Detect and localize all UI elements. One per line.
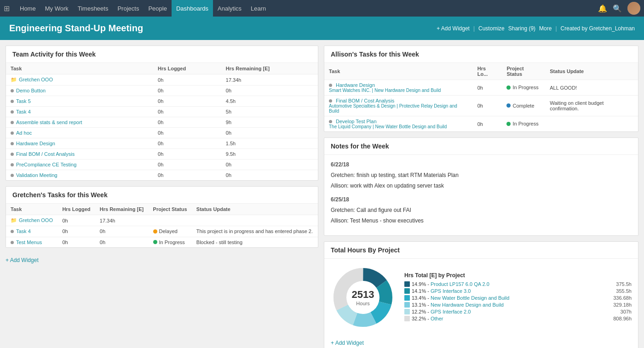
task-link[interactable]: Hardware Design — [16, 141, 55, 146]
nav-people[interactable]: People — [144, 0, 171, 17]
hrs-logged-cell: 0h — [153, 96, 221, 107]
hrs-logged-cell: 0h — [153, 149, 221, 160]
col-task: Task — [6, 204, 58, 215]
page-header: Engineering Stand-Up Meeting + Add Widge… — [0, 17, 644, 40]
task-link[interactable]: Task 4 — [16, 228, 31, 234]
table-row: Develop Test Plan The Liquid Company | N… — [324, 116, 638, 132]
task-cell: Task 5 — [6, 96, 153, 107]
allisons-tasks-table: Task Hrs Lo... Project Status Status Upd… — [324, 63, 638, 131]
search-icon[interactable]: 🔍 — [613, 4, 622, 13]
legend-item: 13.1% - New Hardware Design and Build 32… — [404, 302, 632, 308]
right-column: Allison's Tasks for this Week Task Hrs L… — [324, 46, 638, 348]
task-link[interactable]: Final BOM / Cost Analysis — [336, 98, 394, 103]
nav-timesheets[interactable]: Timesheets — [73, 0, 113, 17]
legend-link[interactable]: New Water Bottle Design and Build — [431, 295, 509, 301]
hrs-remaining-cell: 0h — [221, 160, 318, 170]
task-link[interactable]: PreCompliance CE Testing — [16, 162, 76, 167]
hrs-logged-cell: 0h — [473, 96, 502, 116]
legend-value: 355.5h — [616, 288, 632, 294]
task-cell: Validation Meeting — [6, 170, 153, 181]
legend-link[interactable]: GPS Interface 3.0 — [431, 288, 471, 294]
legend-link[interactable]: New Hardware Design and Build — [431, 302, 504, 308]
nav-my-work[interactable]: My Work — [40, 0, 73, 17]
sharing-button[interactable]: Sharing (9) — [508, 25, 535, 32]
status-badge: In Progress — [153, 240, 185, 245]
task-link[interactable]: Final BOM / Cost Analysis — [16, 151, 75, 157]
hrs-remaining-cell: 0h — [221, 128, 318, 138]
legend-item: 14.9% - Product LP157 6.0 QA 2.0 375.5h — [404, 281, 632, 287]
table-row: Final BOM / Cost Analysis 0h 9.5h — [6, 149, 318, 160]
page-actions: + Add Widget | Customize Sharing (9) Mor… — [437, 25, 635, 32]
status-update-cell — [192, 215, 318, 226]
more-button[interactable]: More — [539, 25, 552, 32]
team-activity-widget: Team Activity for this Week Task Hrs Log… — [6, 46, 318, 181]
hrs-logged-cell: 0h — [153, 107, 221, 117]
customize-button[interactable]: Customize — [478, 25, 505, 32]
legend-value: 808.96h — [613, 316, 632, 321]
task-link[interactable]: Demo Button — [16, 88, 46, 93]
total-hours-widget: Total Hours By Project 2513 Hours Hr — [324, 241, 638, 348]
task-link[interactable]: Task 4 — [16, 109, 31, 114]
hrs-logged-cell: 0h — [153, 160, 221, 170]
status-badge: In Progress — [506, 85, 538, 90]
table-row: Hardware Design Smart Watches INC. | New… — [324, 80, 638, 96]
nav-learn[interactable]: Learn — [246, 0, 270, 17]
notes-section: 6/22/18Gretchen: finish up testing, star… — [331, 160, 632, 191]
nav-dashboards[interactable]: Dashboards — [172, 0, 213, 17]
hrs-remaining-cell: 17.34h — [95, 215, 149, 226]
legend-link[interactable]: Product LP157 6.0 QA 2.0 — [431, 281, 489, 287]
task-link[interactable]: Hardware Design — [336, 82, 375, 88]
task-link[interactable]: Ad hoc — [16, 130, 32, 136]
hrs-remaining-cell: 0h — [221, 170, 318, 181]
nav-home[interactable]: Home — [15, 0, 40, 17]
hrs-logged-cell: 0h — [58, 215, 95, 226]
legend-link[interactable]: GPS Interface 2.0 — [431, 309, 471, 314]
task-link[interactable]: Gretchen OOO — [19, 77, 53, 82]
notes-entry: Allison: work with Alex on updating serv… — [331, 182, 632, 190]
task-cell: Final BOM / Cost Analysis Automotive Spe… — [324, 96, 473, 116]
nav-analytics[interactable]: Analytics — [213, 0, 246, 17]
allisons-tasks-header: Allison's Tasks for this Week — [324, 46, 638, 63]
task-link[interactable]: Test Menus — [16, 240, 42, 245]
avatar[interactable] — [627, 2, 640, 15]
task-link[interactable]: Task 5 — [16, 98, 31, 104]
task-sub-link[interactable]: The Liquid Company | New Water Bottle De… — [329, 124, 468, 129]
gretchen-tasks-body: Task Hrs Logged Hrs Remaining [E] Projec… — [6, 204, 318, 247]
col-hrs-remaining: Hrs Remaining [E] — [95, 204, 149, 215]
table-row: Hardware Design 0h 1.5h — [6, 138, 318, 149]
notes-section: 6/25/18Gretchen: Call and figure out FAI… — [331, 195, 632, 226]
task-link[interactable]: Gretchen OOO — [19, 217, 53, 223]
task-cell: Ad hoc — [6, 128, 153, 138]
notifications-icon[interactable]: 🔔 — [598, 4, 607, 13]
task-link[interactable]: Assemble stats & send report — [16, 120, 82, 125]
status-update-cell: This project is in progress and has ente… — [192, 226, 318, 237]
task-sub-link[interactable]: Smart Watches INC. | New Hardware Design… — [329, 88, 468, 93]
add-widget-header-button[interactable]: + Add Widget — [437, 25, 470, 32]
table-row: Assemble stats & send report 0h 9h — [6, 117, 318, 128]
hrs-remaining-cell: 9h — [221, 117, 318, 128]
legend-link[interactable]: Other — [431, 316, 443, 321]
task-link[interactable]: Validation Meeting — [16, 172, 58, 178]
legend-color — [404, 309, 410, 314]
task-link[interactable]: Develop Test Plan — [336, 119, 376, 124]
hrs-remaining-cell: 0h — [221, 86, 318, 96]
total-hours-number: 2513 — [352, 289, 374, 301]
legend-label: 13.1% - New Hardware Design and Build — [412, 302, 611, 308]
hrs-remaining-cell: 1.5h — [221, 138, 318, 149]
chart-legend: Hrs Total [E] by Project 14.9% - Product… — [404, 272, 632, 323]
status-cell: Complete — [502, 96, 545, 116]
task-sub-link[interactable]: Automotive Specialties & Design | Protec… — [329, 103, 468, 114]
nav-projects[interactable]: Projects — [113, 0, 144, 17]
add-widget-right-button[interactable]: + Add Widget — [331, 336, 364, 347]
grid-icon[interactable]: ⊞ — [4, 4, 10, 13]
legend-value: 375.5h — [616, 281, 632, 287]
status-badge: Complete — [506, 103, 534, 108]
hrs-logged-cell: 0h — [58, 237, 95, 247]
legend-items: 14.9% - Product LP157 6.0 QA 2.0 375.5h … — [404, 281, 632, 321]
col-project-status: Project Status — [502, 63, 545, 80]
legend-label: 14.1% - GPS Interface 3.0 — [412, 288, 614, 294]
hrs-remaining-cell: 4.5h — [221, 96, 318, 107]
legend-label: 32.2% - Other — [412, 316, 611, 321]
status-cell: Delayed — [149, 226, 192, 237]
add-widget-left-button[interactable]: + Add Widget — [6, 253, 318, 264]
